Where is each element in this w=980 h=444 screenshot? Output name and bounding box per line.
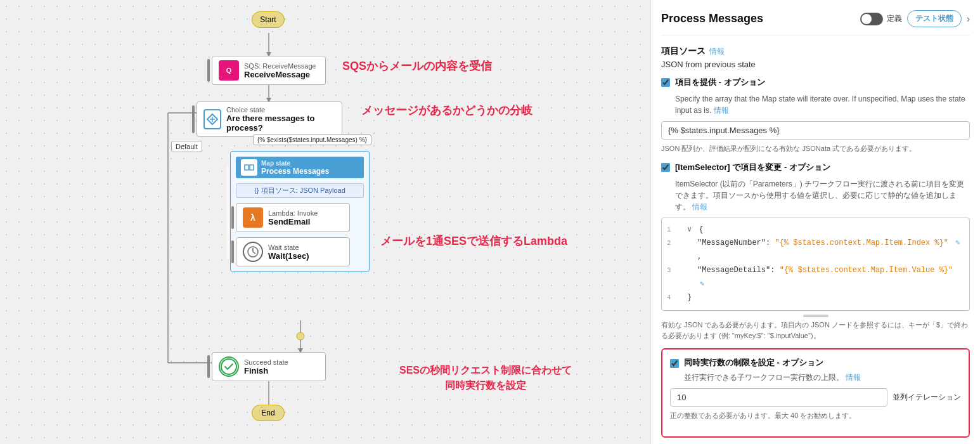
code-line-2: 2 "MessageNumber": "{% $states.context.M… xyxy=(667,237,964,251)
sqs-node-text: SQS: ReceiveMessage ReceiveMessage xyxy=(244,62,316,79)
toggle-container: 定義 xyxy=(860,13,902,25)
end-node: End xyxy=(252,405,285,421)
concurrent-row: 同時実行数の制限を設定 - オプション xyxy=(670,357,961,369)
choice-node[interactable]: Choice state Are there messages to proce… xyxy=(197,101,342,137)
concurrent-side-label: 並列イテレーション xyxy=(893,392,961,403)
provide-items-input[interactable]: {% $states.input.Messages %} xyxy=(661,121,970,140)
succeed-bar xyxy=(207,355,210,377)
items-source-value: JSON from previous state xyxy=(661,60,970,69)
provide-items-row: 項目を提供 - オプション xyxy=(661,77,970,88)
sqs-icon: Q xyxy=(219,60,239,81)
succeed-icon xyxy=(219,356,239,377)
lambda-node-text: Lambda: Invoke SendEmail xyxy=(268,209,318,226)
wait-bar xyxy=(231,240,234,263)
items-source-section-header: 項目ソース 情報 xyxy=(661,46,970,57)
concurrent-input-row: 10 並列イテレーション xyxy=(670,388,961,407)
svg-text:Q: Q xyxy=(226,67,232,74)
choice-icon xyxy=(203,109,221,129)
code-note: 有効な JSON である必要があります。項目内の JSON ノードを参照するには… xyxy=(661,320,970,341)
svg-line-27 xyxy=(253,252,255,254)
edit-icon-line2[interactable]: ✎ xyxy=(955,237,960,251)
provide-items-label: 項目を提供 - オプション xyxy=(675,77,765,88)
svg-rect-21 xyxy=(245,165,248,170)
lambda-node[interactable]: λ Lambda: Invoke SendEmail xyxy=(236,203,350,232)
succeed-node[interactable]: Succeed state Finish xyxy=(212,352,326,381)
start-node[interactable]: Start xyxy=(252,11,285,28)
map-header: Map state Process Messages xyxy=(236,157,364,178)
code-line-comma: , xyxy=(667,251,964,264)
map-bar xyxy=(227,164,229,259)
concurrent-desc: 並行実行できる子ワークフロー実行数の上限。 情報 xyxy=(684,372,961,383)
code-editor[interactable]: 1 ∨ { 2 "MessageNumber": "{% $states.con… xyxy=(661,218,970,311)
choice-node-text: Choice state Are there messages to proce… xyxy=(226,106,335,133)
item-selector-desc: ItemSelector (以前の「Parameters」) チワークフロー実行… xyxy=(675,178,970,212)
succeed-node-text: Succeed state Finish xyxy=(244,358,288,375)
start-label: Start xyxy=(260,15,276,24)
code-line-4: 4 } xyxy=(667,291,964,305)
provide-items-checkbox[interactable] xyxy=(661,78,670,87)
code-line-1: 1 ∨ { xyxy=(667,223,964,237)
callout-choice: メッセージがあるかどうかの分岐 xyxy=(361,103,532,118)
scrollbar-thumb xyxy=(803,315,828,317)
definition-toggle[interactable] xyxy=(860,13,883,25)
concurrent-note: 正の整数である必要があります。最大 40 をお勧めします。 xyxy=(670,410,961,421)
lambda-bar xyxy=(231,206,234,228)
toggle-label: 定義 xyxy=(887,13,902,24)
callout-ses: SESの秒間リクエスト制限に合わせて同時実行数を設定 xyxy=(399,363,572,393)
items-source-title: 項目ソース xyxy=(661,46,706,57)
diagram-panel: Start Q SQS: ReceiveMessage ReceiveMessa… xyxy=(0,0,650,444)
item-selector-info-link[interactable]: 情報 xyxy=(692,202,707,211)
wait-icon xyxy=(243,242,263,262)
parallel-bar-choice xyxy=(192,105,195,133)
provide-items-desc: Specify the array that the Map state wil… xyxy=(675,93,970,116)
item-selector-label: [ItemSelector] で項目を変更 - オプション xyxy=(675,162,830,173)
svg-rect-22 xyxy=(250,165,254,170)
default-badge: Default xyxy=(171,141,202,152)
wait-node-text: Wait state Wait(1sec) xyxy=(268,244,309,261)
condition-badge: {% $exists($states.input.Messages) %} xyxy=(253,134,371,145)
callout-lambda: メールを1通SESで送信するLambda xyxy=(380,233,567,249)
items-source-info-link[interactable]: 情報 xyxy=(709,46,725,57)
concurrent-info-link[interactable]: 情報 xyxy=(846,373,861,382)
panel-header-right: 定義 テスト状態 › xyxy=(860,10,970,27)
concurrent-section: 同時実行数の制限を設定 - オプション 並行実行できる子ワークフロー実行数の上限… xyxy=(661,348,970,438)
provide-items-info-link[interactable]: 情報 xyxy=(714,106,729,115)
concurrent-input[interactable]: 10 xyxy=(670,388,887,407)
sqs-node[interactable]: Q SQS: ReceiveMessage ReceiveMessage xyxy=(212,56,326,85)
item-selector-row: [ItemSelector] で項目を変更 - オプション xyxy=(661,162,970,173)
right-panel: Process Messages 定義 テスト状態 › 項目ソース 情報 JSO… xyxy=(650,0,980,444)
callout-sqs: SQSからメールの内容を受信 xyxy=(342,58,492,74)
chevron-right-icon[interactable]: › xyxy=(967,13,970,25)
edit-icon-line3[interactable]: ✎ xyxy=(700,278,704,292)
lambda-icon: λ xyxy=(243,207,263,228)
svg-point-13 xyxy=(297,332,304,340)
end-label: End xyxy=(261,408,274,417)
test-state-button[interactable]: テスト状態 xyxy=(907,10,962,27)
wait-node[interactable]: Wait state Wait(1sec) xyxy=(236,237,350,266)
panel-title: Process Messages xyxy=(661,12,763,25)
parallel-bar xyxy=(207,59,210,81)
concurrent-label: 同時実行数の制限を設定 - オプション xyxy=(684,357,823,369)
svg-point-28 xyxy=(221,359,236,374)
scrollbar-hint xyxy=(661,315,970,317)
json-note: JSON 配列か、評価結果が配列になる有効な JSONata 式である必要があり… xyxy=(661,143,970,154)
map-container[interactable]: Map state Process Messages {} 項目ソース: JSO… xyxy=(230,151,370,272)
concurrent-checkbox[interactable] xyxy=(670,359,679,368)
code-line-3: 3 "MessageDetails": "{% $states.context.… xyxy=(667,264,964,291)
item-source-badge: {} 項目ソース: JSON Payload xyxy=(236,183,364,198)
map-icon xyxy=(241,159,257,176)
panel-header: Process Messages 定義 テスト状態 › xyxy=(661,10,970,36)
item-selector-checkbox[interactable] xyxy=(661,163,670,172)
svg-text:λ: λ xyxy=(250,212,255,223)
